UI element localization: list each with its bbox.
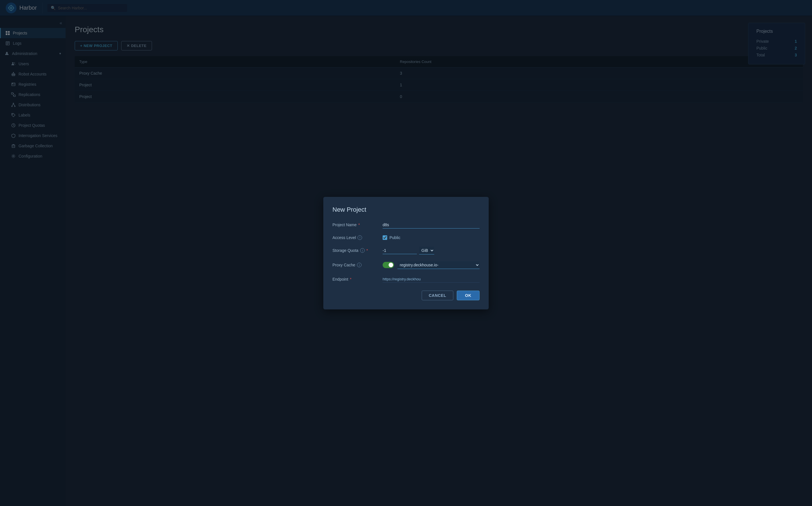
form-row-project-name: Project Name *: [333, 222, 479, 229]
storage-quota-info-icon[interactable]: i: [360, 248, 365, 253]
modal-title: New Project: [333, 206, 479, 214]
proxy-cache-toggle[interactable]: [383, 262, 394, 268]
form-row-endpoint: Endpoint * https://registry.deckhou: [333, 276, 479, 283]
access-level-wrap: Public: [383, 235, 479, 240]
toggle-slider: [383, 262, 394, 268]
new-project-modal: New Project Project Name * Access Level …: [323, 197, 489, 310]
form-row-storage-quota: Storage Quota i * GiB MiB TiB: [333, 247, 479, 254]
quota-wrap: GiB MiB TiB: [383, 247, 479, 254]
proxy-registry-select[interactable]: registry.deckhouse.io-: [397, 261, 479, 269]
project-name-input[interactable]: [383, 222, 479, 229]
proxy-cache-row: registry.deckhouse.io-: [383, 261, 479, 269]
proxy-cache-label: Proxy Cache i: [333, 263, 378, 267]
storage-quota-label: Storage Quota i *: [333, 248, 378, 253]
ok-button[interactable]: OK: [457, 290, 479, 300]
endpoint-label: Endpoint *: [333, 277, 378, 281]
form-row-access-level: Access Level i Public: [333, 235, 479, 240]
modal-actions: CANCEL OK: [333, 290, 479, 300]
endpoint-required-marker: *: [350, 277, 351, 281]
quota-unit-select[interactable]: GiB MiB TiB: [419, 247, 434, 254]
public-checkbox[interactable]: [383, 235, 387, 240]
cancel-button[interactable]: CANCEL: [422, 290, 453, 300]
quota-input[interactable]: [383, 247, 417, 254]
quota-required-marker: *: [366, 248, 368, 253]
required-marker: *: [358, 223, 360, 227]
access-level-label: Access Level i: [333, 235, 378, 240]
project-name-label: Project Name *: [333, 223, 378, 227]
access-level-info-icon[interactable]: i: [358, 235, 362, 240]
public-label: Public: [389, 235, 400, 240]
endpoint-value: https://registry.deckhou: [383, 276, 479, 283]
form-row-proxy-cache: Proxy Cache i registry.deckhouse.io-: [333, 261, 479, 269]
proxy-cache-info-icon[interactable]: i: [357, 263, 362, 267]
modal-overlay[interactable]: New Project Project Name * Access Level …: [0, 0, 812, 506]
